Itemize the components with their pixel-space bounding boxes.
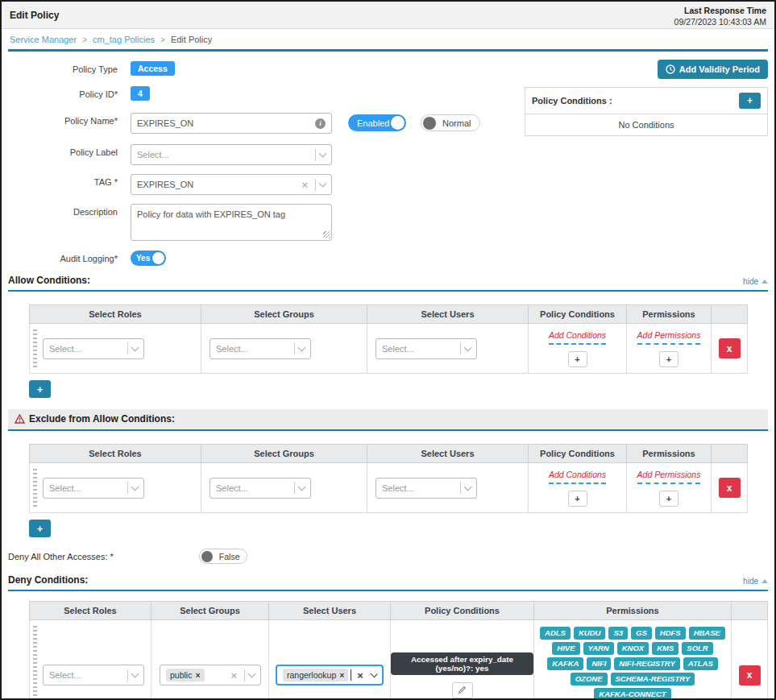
policy-type-label: Policy Type: [8, 61, 131, 74]
remove-tag-icon[interactable]: ×: [195, 670, 200, 680]
normal-toggle[interactable]: Normal: [421, 114, 480, 131]
add-conditions-link[interactable]: Add Conditions: [549, 330, 606, 345]
allow-hide-link[interactable]: hide: [743, 277, 768, 286]
col-policy-conditions: Policy Conditions: [529, 445, 627, 463]
drag-handle[interactable]: [33, 469, 37, 507]
description-textarea[interactable]: Policy for data with EXPIRES_ON tag: [131, 204, 332, 241]
audit-logging-value: Yes: [136, 254, 150, 263]
exclude-groups-select[interactable]: Select...: [210, 478, 311, 499]
allow-conditions-title: Allow Conditions:: [8, 275, 90, 286]
permission-badge[interactable]: SCHEMA-REGISTRY: [611, 673, 695, 686]
allow-roles-select[interactable]: Select...: [43, 338, 144, 359]
toggle-knob: [423, 117, 436, 130]
permission-badge[interactable]: OZONE: [571, 673, 608, 686]
deny-hide-link[interactable]: hide: [743, 577, 768, 586]
permission-badge[interactable]: ADLS: [540, 627, 571, 640]
audit-logging-toggle[interactable]: Yes: [131, 251, 166, 266]
policy-name-input-box: i: [131, 113, 332, 134]
add-validity-period-button[interactable]: Add Validity Period: [658, 60, 768, 79]
permission-badge[interactable]: NIFI-REGISTRY: [614, 657, 680, 670]
normal-toggle-label: Normal: [442, 118, 471, 128]
exclude-add-row-button[interactable]: +: [29, 520, 51, 537]
deny-permissions-badges: ADLSKUDUS3GSHDFSHBASEHIVEYARNKNOXKMSSOLR…: [534, 620, 731, 700]
tag-select[interactable]: EXPIRES_ON ×: [131, 174, 332, 195]
col-permissions: Permissions: [534, 602, 732, 620]
permission-badge[interactable]: HBASE: [689, 627, 725, 640]
deny-conditions-table: Select Roles Select Groups Select Users …: [29, 601, 768, 700]
permission-badge[interactable]: HDFS: [655, 627, 686, 640]
deny-all-other-value: False: [219, 552, 240, 561]
add-conditions-link[interactable]: Add Conditions: [549, 470, 606, 484]
breadcrumb-cm-tag-policies[interactable]: cm_tag Policies: [93, 35, 155, 44]
permission-badge[interactable]: ATLAS: [683, 657, 718, 670]
deny-groups-select[interactable]: public× ×: [160, 665, 261, 686]
policy-name-input[interactable]: [137, 118, 315, 128]
breadcrumb: Service Manager > cm_tag Policies > Edit…: [2, 29, 774, 49]
permission-badge[interactable]: YARN: [583, 642, 614, 655]
permission-badge[interactable]: KAFKA: [547, 657, 583, 670]
add-validity-period-label: Add Validity Period: [679, 64, 760, 74]
allow-users-select[interactable]: Select...: [376, 338, 477, 359]
add-permissions-plus-button[interactable]: +: [659, 351, 678, 367]
delete-row-button[interactable]: x: [719, 478, 741, 498]
policy-form: Add Validity Period Policy Conditions : …: [8, 49, 768, 266]
drag-handle[interactable]: [33, 626, 37, 700]
enabled-toggle[interactable]: Enabled: [348, 114, 406, 131]
deny-users-select[interactable]: rangerlookup× ×: [276, 665, 384, 686]
add-conditions-plus-button[interactable]: +: [568, 491, 587, 507]
allow-conditions-table: Select Roles Select Groups Select Users …: [29, 304, 748, 374]
permission-badge[interactable]: S3: [608, 627, 628, 640]
edit-policy-page: Edit Policy Last Response Time 09/27/202…: [0, 0, 776, 700]
last-response-label: Last Response Time: [674, 6, 766, 17]
policy-label-select[interactable]: Select...: [131, 144, 332, 165]
col-policy-conditions: Policy Conditions: [391, 602, 534, 620]
breadcrumb-separator: >: [82, 35, 87, 44]
collapse-arrow-icon: [761, 579, 768, 583]
clear-x-icon[interactable]: ×: [298, 179, 311, 191]
allow-groups-select[interactable]: Select...: [210, 338, 311, 359]
deny-all-other-toggle[interactable]: False: [199, 549, 247, 564]
add-permissions-plus-button[interactable]: +: [659, 491, 678, 507]
permission-badge[interactable]: KUDU: [574, 627, 605, 640]
edit-conditions-button[interactable]: [452, 682, 473, 698]
col-select-users: Select Users: [269, 602, 391, 620]
chevron-down-icon: [464, 343, 472, 351]
add-policy-condition-button[interactable]: +: [739, 93, 761, 109]
permission-badge[interactable]: SOLR: [682, 642, 712, 655]
policy-condition-badge: Accessed after expiry_date (yes/no)?: ye…: [391, 652, 533, 675]
delete-row-button[interactable]: x: [739, 665, 761, 686]
exclude-roles-select[interactable]: Select...: [43, 478, 144, 499]
permission-badge[interactable]: KAFKA-CONNECT: [594, 688, 670, 700]
clear-x-icon[interactable]: ×: [354, 669, 367, 681]
col-permissions: Permissions: [627, 305, 712, 324]
deny-roles-select[interactable]: Select...: [43, 665, 144, 686]
policy-name-label: Policy Name*: [8, 113, 131, 126]
add-permissions-link[interactable]: Add Permissions: [637, 470, 701, 484]
add-conditions-plus-button[interactable]: +: [568, 351, 587, 367]
policy-conditions-panel: Policy Conditions : + No Conditions: [525, 87, 768, 136]
drag-handle[interactable]: [33, 329, 37, 367]
clear-x-icon[interactable]: ×: [227, 669, 240, 681]
breadcrumb-separator: >: [160, 35, 165, 44]
exclude-users-select[interactable]: Select...: [376, 478, 477, 499]
col-select-roles: Select Roles: [30, 445, 201, 463]
enabled-toggle-label: Enabled: [357, 118, 389, 128]
deny-row: Select... public× × rangerlookup× ×: [30, 620, 768, 700]
permission-badge[interactable]: KMS: [652, 642, 678, 655]
chevron-down-icon: [370, 670, 377, 677]
chevron-down-icon: [131, 670, 139, 678]
add-permissions-link[interactable]: Add Permissions: [637, 330, 701, 345]
exclude-row: Select... Select... Select... Add Condit…: [30, 463, 748, 513]
remove-tag-icon[interactable]: ×: [339, 670, 344, 680]
breadcrumb-service-manager[interactable]: Service Manager: [10, 35, 77, 44]
allow-conditions-header: Allow Conditions: hide: [8, 272, 768, 292]
allow-add-row-button[interactable]: +: [29, 380, 51, 398]
permission-badge[interactable]: KNOX: [617, 642, 649, 655]
permission-badge[interactable]: NIFI: [587, 657, 611, 670]
delete-row-button[interactable]: x: [719, 338, 741, 358]
permission-badge[interactable]: GS: [631, 627, 652, 640]
user-tag: rangerlookup×: [283, 669, 348, 681]
permission-badge[interactable]: HIVE: [552, 642, 579, 655]
resize-handle-icon[interactable]: [323, 231, 330, 238]
exclude-allow-header: Exclude from Allow Conditions:: [8, 409, 768, 431]
